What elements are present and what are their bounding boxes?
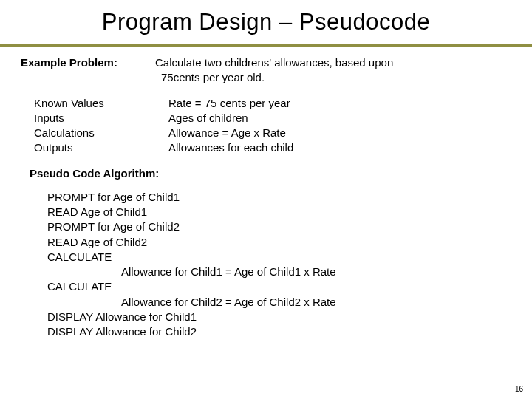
calculations-value: Allowance = Age x Rate (168, 126, 511, 140)
known-labels: Known Values Inputs Calculations Outputs (21, 96, 168, 156)
inputs-label: Inputs (34, 111, 168, 126)
algo-line: READ Age of Child1 (47, 205, 511, 219)
algo-line: DISPLAY Allowance for Child2 (47, 324, 511, 339)
example-label: Example Problem: (21, 55, 155, 70)
algorithm-block: PROMPT for Age of Child1 READ Age of Chi… (21, 190, 511, 340)
example-desc-line1: Calculate two childrens' allowances, bas… (155, 55, 511, 70)
inputs-value: Ages of children (168, 111, 511, 126)
known-values-label: Known Values (34, 96, 168, 111)
algo-line: DISPLAY Allowance for Child1 (47, 310, 511, 324)
slide-title: Program Design – Pseudocode (0, 0, 532, 43)
example-description: Calculate two childrens' allowances, bas… (155, 55, 511, 86)
outputs-value: Allowances for each child (168, 140, 511, 155)
page-number: 16 (515, 385, 523, 393)
algo-line: CALCULATE (47, 250, 511, 265)
slide: Program Design – Pseudocode Example Prob… (0, 0, 532, 399)
outputs-label: Outputs (34, 140, 168, 155)
algo-line-indented: Allowance for Child2 = Age of Child2 x R… (47, 295, 511, 310)
algo-line: READ Age of Child2 (47, 235, 511, 250)
algo-line: CALCULATE (47, 279, 511, 294)
known-values-block: Known Values Inputs Calculations Outputs… (21, 96, 511, 156)
algo-line: PROMPT for Age of Child2 (47, 219, 511, 234)
calculations-label: Calculations (34, 126, 168, 140)
example-row: Example Problem: Calculate two childrens… (21, 55, 511, 86)
algorithm-heading: Pseudo Code Algorithm: (21, 166, 511, 181)
example-desc-line2: 75cents per year old. (155, 70, 511, 85)
algo-line: PROMPT for Age of Child1 (47, 190, 511, 205)
algo-line-indented: Allowance for Child1 = Age of Child1 x R… (47, 265, 511, 279)
known-values-value: Rate = 75 cents per year (168, 96, 511, 111)
known-values-desc: Rate = 75 cents per year Ages of childre… (168, 96, 511, 156)
content-area: Example Problem: Calculate two childrens… (0, 47, 532, 339)
